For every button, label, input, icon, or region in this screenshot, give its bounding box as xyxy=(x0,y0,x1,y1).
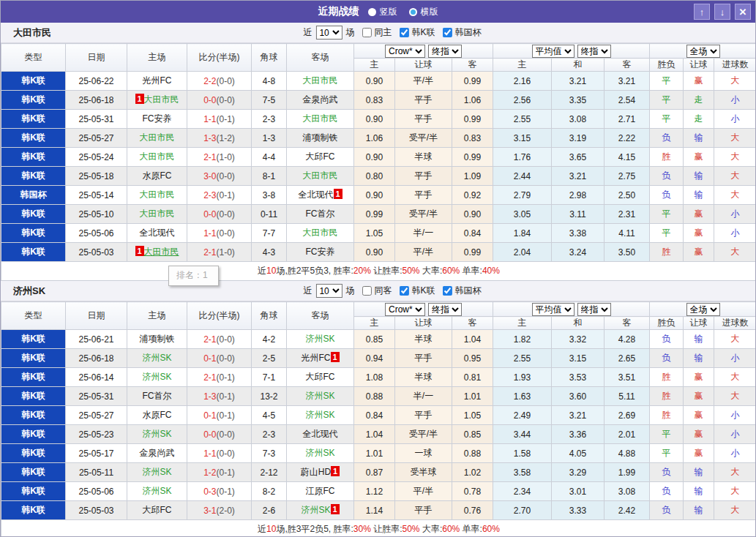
match-row: 韩K联25-05-18水原FC3-0(0-0)8-1大田市民0.80平手1.09… xyxy=(1,167,756,186)
halftime-score: (0-0) xyxy=(217,228,235,239)
team-name-link[interactable]: 大田市民 xyxy=(144,94,179,105)
team-name-link[interactable]: 大田市民 xyxy=(303,228,338,238)
scroll-down-button[interactable]: ↓ xyxy=(714,4,730,20)
odds-cell-2: 0.95 xyxy=(452,349,493,368)
fulltime-score: 2-1 xyxy=(203,372,216,383)
team-name-link[interactable]: 济州SK xyxy=(305,334,334,344)
team-name-link[interactable]: 大邱FC xyxy=(143,505,172,515)
odds-cell-0: 1.05 xyxy=(354,224,395,243)
team-name-link[interactable]: 济州SK xyxy=(305,391,334,401)
summary-segment: 10 xyxy=(266,524,276,534)
result-sub-header-1: 让球 xyxy=(684,317,714,330)
odds-cell-1: 半球 xyxy=(395,148,452,167)
close-button[interactable]: ✕ xyxy=(735,4,751,20)
score-cell: 2-1(1-0) xyxy=(187,148,252,167)
team-name-link[interactable]: 济州SK xyxy=(142,353,171,363)
match-count-select[interactable]: 10 xyxy=(315,26,342,40)
same-venue-checkbox[interactable] xyxy=(362,28,371,37)
team-name-link[interactable]: 全北现代 xyxy=(140,228,175,238)
odds-cell-0: 1.04 xyxy=(354,425,395,444)
league-checkbox-1[interactable] xyxy=(442,28,452,37)
team-name-link[interactable]: 大田市民 xyxy=(140,132,175,143)
score-cell: 1-1(0-0) xyxy=(187,444,252,463)
team-name-link[interactable]: 大田市民 xyxy=(303,113,338,124)
team-name-link[interactable]: 济州SK xyxy=(305,448,334,458)
date-cell: 25-06-21 xyxy=(66,330,127,349)
fulltime-score: 3-1 xyxy=(203,506,216,516)
avg-cell-0: 1.63 xyxy=(493,387,552,406)
result-cell-2: 大 xyxy=(714,186,756,205)
team-name-link[interactable]: 大邱FC xyxy=(306,151,335,162)
odds-final-select[interactable]: 终指 xyxy=(428,45,462,58)
result-cell-0: 胜 xyxy=(650,368,684,387)
team-name-link[interactable]: FC首尔 xyxy=(143,391,172,401)
team-name-link[interactable]: FC首尔 xyxy=(306,209,335,219)
score-cell: 2-1(0-0) xyxy=(187,330,252,349)
team-name-link[interactable]: 浦项制铁 xyxy=(303,132,338,143)
team-name-link[interactable]: 全北现代 xyxy=(303,429,338,439)
date-cell: 25-05-24 xyxy=(66,148,127,167)
avg-cell-1: 3.36 xyxy=(552,425,605,444)
odds-cell-1: 受平/半 xyxy=(395,205,452,224)
odds-source-select[interactable]: Crow* xyxy=(385,303,425,316)
odds-cell-1: 受平/半 xyxy=(395,129,452,148)
halftime-score: (0-1) xyxy=(217,410,235,421)
team-name-link[interactable]: 全北现代 xyxy=(299,189,334,200)
scroll-up-button[interactable]: ↑ xyxy=(694,4,710,20)
avg-final-select[interactable]: 终指 xyxy=(577,303,611,316)
layout-radio-0[interactable]: 竖版 xyxy=(368,6,397,18)
result-cell-1: 输 xyxy=(684,186,714,205)
avg-source-select[interactable]: 平均值 xyxy=(532,303,575,316)
league-checkbox-1[interactable] xyxy=(442,286,452,296)
avg-final-select[interactable]: 终指 xyxy=(577,45,611,58)
team-name-link[interactable]: 大田市民 xyxy=(144,247,179,257)
rank-tooltip: 排名：1 xyxy=(168,266,219,286)
fulltime-score: 1-3 xyxy=(203,391,216,402)
corner-cell: 1-3 xyxy=(252,129,287,148)
team-name-link[interactable]: 济州SK xyxy=(142,467,171,477)
avg-cell-1: 3.01 xyxy=(552,482,605,501)
avg-cell-2: 5.11 xyxy=(605,387,650,406)
team-name-link[interactable]: FC安养 xyxy=(306,247,335,257)
team-name-link[interactable]: 大田市民 xyxy=(140,209,175,219)
team-name-link[interactable]: 大田市民 xyxy=(140,189,175,200)
team-name-link[interactable]: 光州FC xyxy=(143,75,172,86)
layout-radio-1[interactable]: 横版 xyxy=(409,6,438,18)
team-name-link[interactable]: 大田市民 xyxy=(140,151,175,162)
team-name-link[interactable]: 金泉尚武 xyxy=(140,448,175,458)
team-name-link[interactable]: 大田市民 xyxy=(303,170,338,181)
team-name-link[interactable]: 浦项制铁 xyxy=(140,334,175,344)
team-name-link[interactable]: 济州SK xyxy=(142,486,171,496)
avg-source-select[interactable]: 平均值 xyxy=(532,45,575,58)
match-row: 韩K联25-05-06全北现代1-1(0-0)7-7大田市民1.05半/一0.8… xyxy=(1,224,756,243)
team-name-link[interactable]: 大田市民 xyxy=(303,75,338,86)
scope-select[interactable]: 全场 xyxy=(686,45,720,58)
avg-sub-header-1: 和 xyxy=(552,317,605,330)
team-name-link[interactable]: 金泉尚武 xyxy=(303,94,338,105)
team-name-link[interactable]: FC安养 xyxy=(143,113,172,124)
league-checkbox-0[interactable] xyxy=(399,28,408,37)
corner-cell: 3-8 xyxy=(252,186,287,205)
team-name-link[interactable]: 济州SK xyxy=(142,372,171,382)
team-name-link[interactable]: 蔚山HD xyxy=(301,467,331,477)
match-row: 韩K联25-05-17金泉尚武1-1(0-0)7-3济州SK1.01一球0.88… xyxy=(1,444,756,463)
team-name-link[interactable]: 水原FC xyxy=(143,170,172,181)
team-name-link[interactable]: 水原FC xyxy=(143,410,172,420)
team-name-link[interactable]: 光州FC xyxy=(302,353,331,363)
team-name-link[interactable]: 济州SK xyxy=(301,505,330,515)
team-name-link[interactable]: 大邱FC xyxy=(306,372,335,382)
avg-cell-2: 1.99 xyxy=(605,463,650,482)
match-count-select[interactable]: 10 xyxy=(315,284,342,298)
team-name-link[interactable]: 济州SK xyxy=(142,429,171,439)
odds-final-select[interactable]: 终指 xyxy=(428,303,462,316)
fulltime-score: 0-1 xyxy=(203,353,216,364)
odds-cell-0: 0.90 xyxy=(354,148,395,167)
score-cell: 1-2(0-1) xyxy=(187,463,252,482)
scope-select[interactable]: 全场 xyxy=(686,303,720,316)
odds-source-select[interactable]: Crow* xyxy=(385,45,425,58)
team-name-link[interactable]: 济州SK xyxy=(305,410,334,420)
same-venue-checkbox[interactable] xyxy=(362,286,371,296)
team-name-link[interactable]: 江原FC xyxy=(306,486,335,496)
league-checkbox-0[interactable] xyxy=(399,286,408,296)
summary-segment: 60% xyxy=(442,266,460,276)
